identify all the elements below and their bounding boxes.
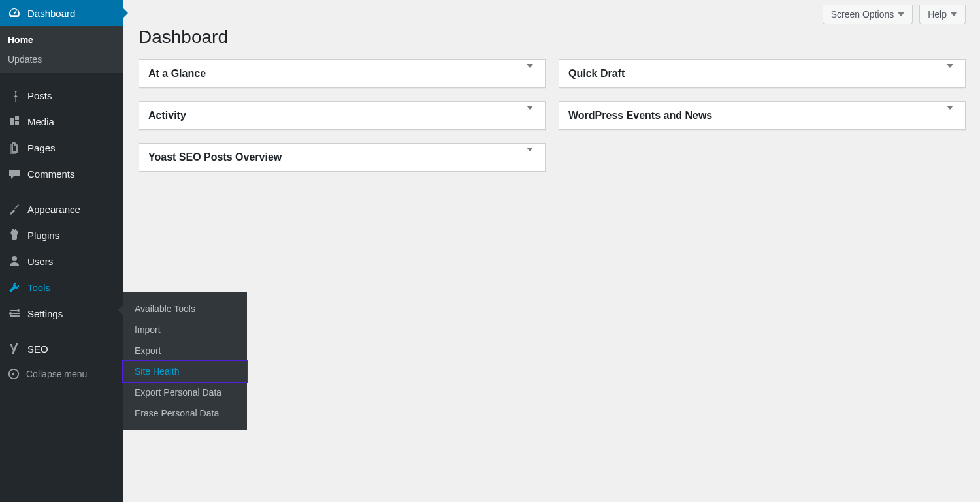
sidebar-item-appearance[interactable]: Appearance [0,196,123,222]
metabox-title: Activity [148,110,186,121]
metabox-title: WordPress Events and News [568,110,712,121]
metabox-title: At a Glance [148,68,206,80]
screen-meta-buttons: Screen Options Help [123,0,980,24]
sidebar-subitem-updates[interactable]: Updates [0,50,123,69]
users-icon [8,255,21,268]
metabox-header[interactable]: Quick Draft [559,60,965,87]
metabox-title: Quick Draft [568,68,625,80]
comments-icon [8,167,21,180]
svg-point-0 [17,309,20,312]
sidebar-item-comments[interactable]: Comments [0,161,123,187]
sidebar-item-media[interactable]: Media [0,108,123,134]
sidebar-item-plugins[interactable]: Plugins [0,222,123,248]
metabox-header[interactable]: At a Glance [139,60,545,87]
sidebar-item-label: SEO [27,343,48,354]
dashboard-submenu: Home Updates [0,26,123,73]
sidebar-item-tools[interactable]: Tools [0,274,123,300]
toggle-arrow-icon[interactable] [524,110,536,121]
admin-sidebar: Dashboard Home Updates Posts Media Pages… [0,0,123,502]
sidebar-item-seo[interactable]: SEO [0,336,123,362]
sidebar-item-label: Media [27,116,54,127]
sidebar-item-label: Appearance [27,204,80,215]
dashboard-widgets: At a Glance Activity Yoast SEO Posts Ove… [123,59,980,172]
submenu-item-import[interactable]: Import [123,319,247,340]
submenu-item-erase-personal-data[interactable]: Erase Personal Data [123,403,247,424]
metabox-events-news: WordPress Events and News [559,101,966,130]
sidebar-item-label: Comments [27,168,75,180]
toggle-arrow-icon[interactable] [524,68,536,80]
toggle-arrow-icon[interactable] [944,68,956,80]
metabox-header[interactable]: WordPress Events and News [559,102,965,129]
yoast-icon [8,342,21,355]
collapse-icon [8,368,20,380]
page-title: Dashboard [139,27,980,48]
svg-point-1 [9,312,12,315]
screen-options-button[interactable]: Screen Options [823,5,913,24]
tools-submenu-flyout: Available Tools Import Export Site Healt… [123,292,247,430]
content-area: Screen Options Help Dashboard At a Glanc… [123,0,980,172]
button-label: Screen Options [831,9,894,20]
sidebar-item-label: Pages [27,142,56,153]
metabox-quick-draft: Quick Draft [559,59,966,88]
help-button[interactable]: Help [919,5,966,24]
submenu-item-site-health[interactable]: Site Health [122,360,248,383]
metabox-title: Yoast SEO Posts Overview [148,151,282,163]
sidebar-item-label: Users [27,256,53,267]
caret-down-icon [951,12,957,16]
submenu-item-export-personal-data[interactable]: Export Personal Data [123,382,247,403]
sidebar-item-pages[interactable]: Pages [0,134,123,161]
metabox-yoast-overview: Yoast SEO Posts Overview [139,143,546,172]
collapse-label: Collapse menu [26,369,87,379]
metabox-header[interactable]: Activity [139,102,545,129]
submenu-item-export[interactable]: Export [123,340,247,361]
svg-point-2 [17,315,20,317]
toggle-arrow-icon[interactable] [944,110,956,121]
toggle-arrow-icon[interactable] [524,151,536,163]
metabox-at-a-glance: At a Glance [139,59,546,88]
media-icon [8,115,21,128]
sidebar-item-label: Posts [27,90,52,101]
plugins-icon [8,228,21,242]
settings-icon [8,307,21,320]
dashboard-icon [8,7,21,20]
collapse-menu-button[interactable]: Collapse menu [0,362,123,386]
sidebar-subitem-home[interactable]: Home [0,30,123,50]
sidebar-item-label: Settings [27,308,63,319]
submenu-item-available-tools[interactable]: Available Tools [123,298,247,319]
tools-icon [8,281,21,294]
sidebar-item-users[interactable]: Users [0,248,123,274]
sidebar-item-label: Tools [27,282,50,293]
sidebar-item-posts[interactable]: Posts [0,82,123,108]
metabox-activity: Activity [139,101,546,130]
button-label: Help [928,9,947,20]
sidebar-item-label: Plugins [27,230,59,241]
pages-icon [8,141,21,154]
sidebar-item-settings[interactable]: Settings [0,300,123,326]
pin-icon [8,89,21,102]
widgets-col-left: At a Glance Activity Yoast SEO Posts Ove… [139,59,546,172]
metabox-header[interactable]: Yoast SEO Posts Overview [139,144,545,171]
caret-down-icon [898,12,904,16]
appearance-icon [8,202,21,215]
widgets-col-right: Quick Draft WordPress Events and News [559,59,966,130]
sidebar-item-dashboard[interactable]: Dashboard [0,0,123,26]
sidebar-item-label: Dashboard [27,8,75,19]
